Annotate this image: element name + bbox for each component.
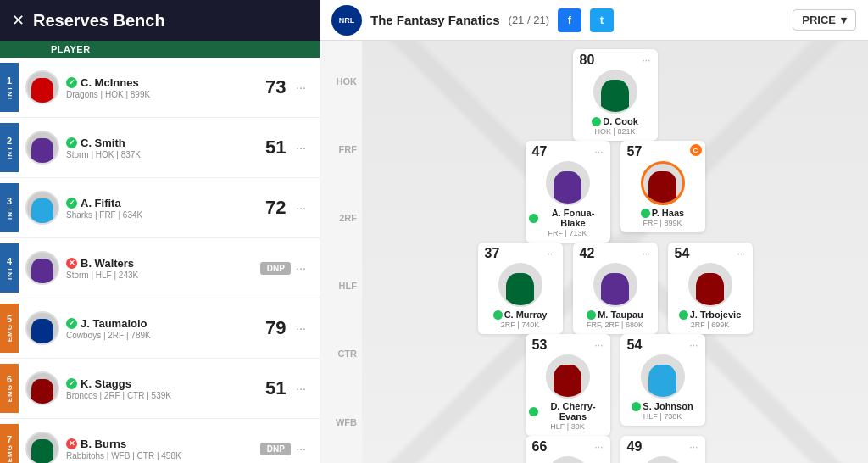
field-player-card[interactable]: 49 ··· J. Bateman 2RF, CTR | 810K: [620, 436, 705, 463]
field-background: 80 ··· D. Cook HOK | 821K 47 ··· A. Fonu…: [362, 41, 868, 463]
field-player-score: 54: [627, 337, 643, 353]
field-options-menu[interactable]: ···: [737, 248, 745, 259]
twitter-button[interactable]: t: [590, 8, 614, 32]
field-options-menu[interactable]: ···: [689, 339, 698, 351]
team-name: The Fantasy Fanatics: [370, 13, 500, 27]
field-player-name: J. Trbojevic: [690, 310, 742, 320]
field-player-name: M. Taupau: [598, 310, 643, 320]
field-labels: HOKFRF2RFHLFCTRWFB: [320, 41, 362, 463]
list-item[interactable]: 5 EMG ✓ J. Taumalolo Cowboys | 2RF | 789…: [0, 298, 320, 359]
left-header: ✕ Reserves Bench: [0, 0, 320, 41]
avatar: [25, 371, 59, 405]
player-name: J. Taumalolo: [81, 317, 147, 330]
right-panel: NRL The Fantasy Fanatics (21 / 21) f t P…: [320, 0, 868, 463]
field-player-score: 54: [675, 246, 690, 261]
options-menu[interactable]: ···: [291, 382, 311, 395]
field-player-avatar: [546, 354, 590, 399]
field-player-card[interactable]: 66 ··· B. Nikora 2RF, CTR | 580K: [526, 436, 610, 463]
field-options-menu[interactable]: ···: [689, 441, 698, 453]
player-name: K. Staggs: [81, 377, 131, 390]
facebook-button[interactable]: f: [558, 8, 581, 32]
player-info: ✓ C. Smith Storm | HOK | 837K: [66, 137, 260, 159]
close-icon[interactable]: ✕: [12, 11, 25, 30]
position-badge: 6 EMG: [0, 364, 19, 413]
position-badge: 5 EMG: [0, 304, 19, 353]
field-player-card[interactable]: 37 ··· C. Murray 2RF | 740K: [478, 243, 563, 334]
field-player-avatar: [546, 456, 590, 463]
status-indicator: ✓: [66, 378, 77, 389]
field-row-hlf: 53 ··· D. Cherry-Evans HLF | 39K 54 ··· …: [370, 334, 860, 436]
player-score: 51: [260, 137, 291, 159]
field-row-ctr: 66 ··· B. Nikora 2RF, CTR | 580K 49 ··· …: [370, 436, 860, 463]
players-field: 80 ··· D. Cook HOK | 821K 47 ··· A. Fonu…: [362, 41, 868, 463]
position-badge: 7 EMG: [0, 424, 19, 463]
list-item[interactable]: 7 EMG ✕ B. Burns Rabbitohs | WFB | CTR |…: [0, 419, 320, 463]
field-player-score: 49: [627, 439, 643, 455]
status-indicator: ✕: [66, 438, 77, 449]
list-item[interactable]: 4 INT ✕ B. Walters Storm | HLF | 243K DN…: [0, 238, 320, 298]
player-score: 51: [260, 377, 291, 399]
field-player-meta: HOK | 821K: [595, 127, 636, 136]
options-menu[interactable]: ···: [291, 141, 311, 154]
field-player-card[interactable]: 42 ··· M. Taupau FRF, 2RF | 680K: [573, 243, 658, 334]
col-header: PLAYER: [0, 41, 320, 58]
field-options-menu[interactable]: ···: [642, 248, 650, 259]
price-dropdown[interactable]: PRICE ▾: [793, 9, 856, 31]
field-status-indicator: [587, 310, 596, 320]
panel-title: Reserves Bench: [33, 11, 165, 31]
field-player-avatar: [498, 263, 542, 307]
field-position-label: WFB: [320, 417, 362, 427]
field-position-label: 2RF: [320, 213, 362, 223]
status-indicator: ✓: [66, 77, 77, 88]
player-info: ✓ C. McInnes Dragons | HOK | 899K: [66, 76, 260, 99]
field-status-indicator: [632, 402, 641, 411]
field-player-score: 47: [532, 144, 548, 159]
field-position-label: HOK: [320, 76, 362, 86]
list-item[interactable]: 3 INT ✓ A. Fifita Sharks | FRF | 634K 72…: [0, 178, 320, 238]
player-meta: Sharks | FRF | 634K: [66, 210, 260, 220]
field-status-indicator: [641, 209, 650, 218]
player-info: ✓ K. Staggs Broncos | 2RF | CTR | 539K: [66, 377, 260, 400]
player-name: C. Smith: [81, 137, 125, 149]
field-player-card[interactable]: 57 ··· C P. Haas FRF | 899K: [620, 141, 705, 232]
field-options-menu[interactable]: ···: [547, 248, 555, 259]
options-menu[interactable]: ···: [291, 321, 311, 335]
status-indicator: ✓: [66, 137, 77, 148]
field-row-zrf: 37 ··· C. Murray 2RF | 740K 42 ··· M. Ta…: [370, 243, 860, 334]
field-options-menu[interactable]: ···: [642, 54, 650, 66]
field-player-card[interactable]: 53 ··· D. Cherry-Evans HLF | 39K: [526, 334, 610, 436]
field-player-card[interactable]: 47 ··· A. Fonua-Blake FRF | 713K: [526, 141, 610, 243]
list-item[interactable]: 2 INT ✓ C. Smith Storm | HOK | 837K 51 ·…: [0, 118, 320, 178]
field-player-name: S. Johnson: [643, 401, 693, 411]
field-player-score: 66: [532, 439, 548, 455]
field-player-score: 80: [580, 53, 595, 68]
field-player-name: A. Fonua-Blake: [540, 208, 607, 228]
field-options-menu[interactable]: ···: [594, 146, 603, 158]
field-player-meta: HLF | 738K: [643, 412, 682, 421]
field-status-indicator: [679, 310, 688, 320]
avatar: [25, 131, 59, 165]
field-options-menu[interactable]: ···: [594, 441, 603, 453]
field-player-card[interactable]: 80 ··· D. Cook HOK | 821K: [573, 49, 658, 141]
player-score: 73: [260, 76, 291, 98]
player-info: ✓ A. Fifita Sharks | FRF | 634K: [66, 197, 260, 220]
field-player-card[interactable]: 54 ··· S. Johnson HLF | 738K: [620, 334, 705, 426]
player-meta: Rabbitohs | WFB | CTR | 458K: [66, 451, 260, 460]
dropdown-arrow-icon: ▾: [841, 14, 847, 26]
list-item[interactable]: 1 INT ✓ C. McInnes Dragons | HOK | 899K …: [0, 58, 320, 118]
list-item[interactable]: 6 EMG ✓ K. Staggs Broncos | 2RF | CTR | …: [0, 359, 320, 419]
options-menu[interactable]: ···: [291, 81, 311, 94]
options-menu[interactable]: ···: [291, 261, 311, 275]
player-name: C. McInnes: [81, 76, 139, 89]
captain-badge: C: [690, 144, 702, 156]
player-score: 79: [260, 317, 291, 339]
field-row-frf: 47 ··· A. Fonua-Blake FRF | 713K 57 ··· …: [370, 141, 860, 243]
field-options-menu[interactable]: ···: [594, 339, 603, 351]
field-player-avatar: [593, 70, 637, 114]
field-player-avatar: [641, 161, 685, 205]
options-menu[interactable]: ···: [291, 201, 311, 215]
field-player-card[interactable]: 54 ··· J. Trbojevic 2RF | 699K: [668, 243, 753, 334]
player-score: 72: [260, 197, 291, 219]
player-info: ✕ B. Burns Rabbitohs | WFB | CTR | 458K: [66, 438, 260, 460]
options-menu[interactable]: ···: [291, 442, 311, 455]
